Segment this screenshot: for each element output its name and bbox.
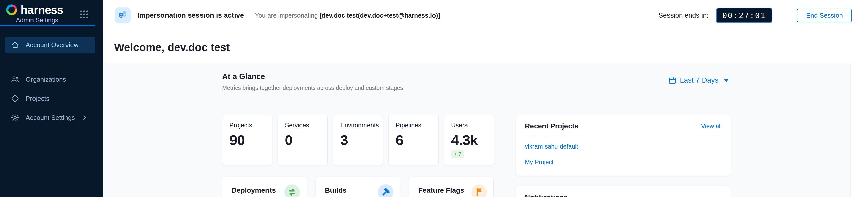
sidebar: harness Admin Settings Account Overview …: [0, 0, 103, 197]
welcome-heading: Welcome, dev.doc test: [114, 41, 230, 53]
harness-logo[interactable]: harness: [5, 3, 63, 16]
session-controls: Session ends in: 00:27:01 End Session: [659, 7, 852, 23]
view-all-link[interactable]: View all: [701, 123, 722, 130]
sidebar-item-account-overview[interactable]: Account Overview: [5, 37, 95, 53]
welcome-strip: Welcome, dev.doc test: [103, 31, 868, 63]
caret-down-icon: [724, 79, 729, 82]
app-window: harness Admin Settings Account Overview …: [0, 0, 868, 197]
stat-label: Environments: [340, 122, 383, 129]
scroll-gutter[interactable]: [850, 63, 868, 197]
calendar-icon: [668, 76, 676, 84]
recent-project-link[interactable]: vikram-sahu-default: [525, 143, 722, 150]
stat-label: Users: [451, 122, 494, 129]
stat-label: Projects: [229, 122, 272, 129]
stat-card-environments[interactable]: Environments 3: [333, 115, 383, 165]
stat-value: 3: [340, 132, 383, 148]
sidebar-item-account-settings[interactable]: Account Settings: [5, 110, 95, 125]
stat-card-services[interactable]: Services 0: [278, 115, 328, 165]
stat-label: Services: [285, 122, 328, 129]
stat-value: 4.3k: [451, 132, 494, 148]
sidebar-item-label: Account Overview: [26, 41, 79, 49]
projects-icon: [10, 94, 20, 103]
module-grid-icon[interactable]: [79, 9, 89, 19]
sidebar-item-label: Projects: [26, 95, 50, 103]
recent-project-link[interactable]: My Project: [525, 159, 722, 166]
user-delta-badge: + 7: [451, 150, 464, 158]
impersonation-title: Impersonation session is active: [137, 11, 244, 19]
impersonation-subtitle-prefix: You are impersonating: [255, 12, 318, 19]
notifications-title: Notifications: [525, 194, 568, 197]
recent-projects-card: Recent Projects View all vikram-sahu-def…: [516, 115, 731, 176]
impersonation-subtitle: You are impersonating [dev.doc test(dev.…: [255, 12, 440, 19]
date-range-label: Last 7 Days: [680, 76, 718, 84]
sidebar-item-label: Organizations: [26, 76, 66, 83]
sidebar-item-label: Account Settings: [26, 114, 75, 122]
builds-icon: [378, 185, 394, 197]
end-session-button[interactable]: End Session: [797, 8, 852, 23]
module-card-builds[interactable]: Builds: [316, 176, 400, 197]
harness-logo-icon: [5, 3, 18, 16]
session-ends-label: Session ends in:: [659, 11, 709, 19]
glance-title: At a Glance: [222, 72, 265, 81]
sidebar-divider: [5, 65, 95, 65]
impersonation-masks-icon: [115, 7, 131, 24]
chevron-right-icon: [81, 114, 89, 123]
module-card-deployments[interactable]: Deployments: [222, 176, 307, 197]
admin-settings-label: Admin Settings: [16, 16, 58, 24]
module-title: Feature Flags: [418, 187, 464, 195]
module-title: Builds: [325, 187, 347, 195]
stat-label: Pipelines: [396, 122, 438, 129]
stat-value: 0: [285, 132, 328, 148]
impersonation-banner: Impersonation session is active You are …: [103, 0, 868, 31]
stat-value: 90: [229, 132, 272, 148]
sidebar-item-projects[interactable]: Projects: [5, 91, 95, 106]
feature-flags-icon: [471, 185, 487, 197]
sidebar-item-organizations[interactable]: Organizations: [5, 72, 95, 87]
stat-card-pipelines[interactable]: Pipelines 6: [389, 115, 438, 165]
stat-value: 6: [396, 132, 438, 148]
home-icon: [10, 40, 20, 49]
notifications-card: Notifications: [516, 186, 731, 197]
stat-card-projects[interactable]: Projects 90: [222, 115, 272, 165]
organizations-icon: [10, 75, 20, 84]
sidebar-accent-bar: [0, 25, 95, 26]
panel-divider: [525, 136, 722, 136]
glance-subtitle: Metrics brings together deployments acro…: [222, 85, 403, 91]
recent-projects-title: Recent Projects: [525, 122, 578, 130]
impersonated-user: [dev.doc test(dev.doc+test@harness.io)]: [319, 12, 440, 19]
date-range-selector[interactable]: Last 7 Days: [668, 76, 729, 84]
module-card-feature-flags[interactable]: Feature Flags: [409, 176, 494, 197]
stat-card-users[interactable]: Users 4.3k + 7: [444, 115, 494, 165]
session-timer: 00:27:01: [716, 7, 772, 23]
module-title: Deployments: [231, 187, 276, 195]
gear-icon: [10, 113, 20, 122]
deployments-icon: [284, 185, 300, 197]
harness-logo-text: harness: [21, 3, 63, 16]
